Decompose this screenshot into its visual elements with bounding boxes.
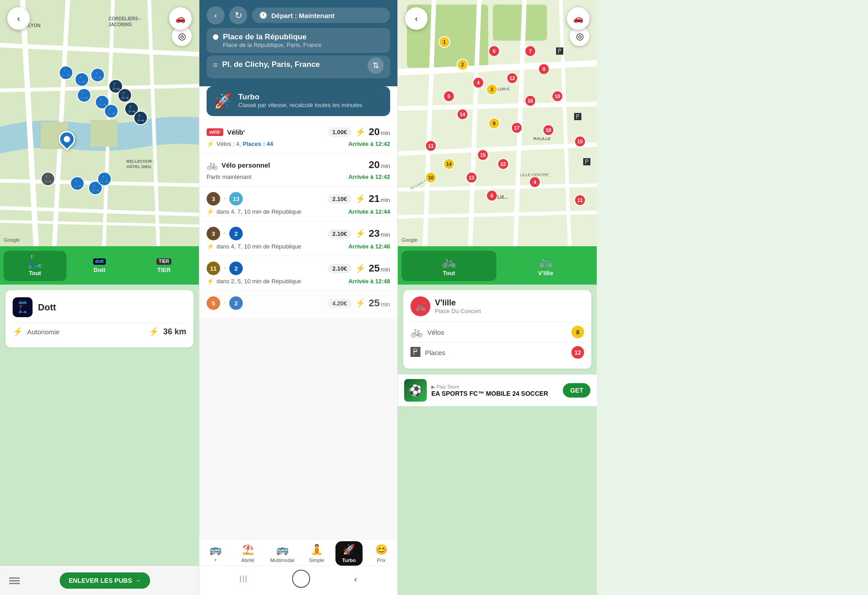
- line-3b-badge: 3: [207, 227, 220, 240]
- pin-scooter-1[interactable]: 🛴: [59, 66, 73, 80]
- velib-info: Vélos : 4, Places : 44: [217, 141, 273, 147]
- center-back-button[interactable]: ‹: [207, 6, 225, 24]
- tab-tier[interactable]: TIER TIER: [132, 251, 195, 281]
- badge-22: 22: [497, 158, 509, 170]
- tab-simple[interactable]: 🧘 Simple: [303, 541, 330, 566]
- target-icon: ◎: [178, 31, 186, 42]
- badge-11: 11: [425, 140, 437, 152]
- velos-label: Vélos: [427, 328, 444, 336]
- pin-scooter-14[interactable]: 🛴: [97, 172, 112, 186]
- svg-text:RALILLE: RALILLE: [533, 136, 551, 141]
- center-bottom-nav: 🚌 + ⛱️ Abrité 🚌 Multimodal 🧘 Simple 🚀 Tu…: [199, 539, 397, 595]
- dott-card: dott 🛴 Dott ⚡ Autonomie ⚡ 36 km: [5, 290, 193, 347]
- route-3-2-row2: ⚡ dans 4, 7, 10 min de République Arrivé…: [207, 243, 390, 250]
- badge-10: 10: [425, 172, 437, 183]
- right-tab-tout[interactable]: 🚲 Tout: [401, 251, 496, 281]
- autonomie-row: ⚡ Autonomie ⚡ 36 km: [13, 323, 186, 340]
- home-button[interactable]: [292, 570, 310, 588]
- turbo-label: Turbo: [342, 558, 356, 563]
- route-11-2-row2: ⚡ dans 2, 5, 10 min de République Arrivé…: [207, 278, 390, 285]
- badge-13: 13: [466, 172, 477, 183]
- route-11-2-row1: 11 • 2 2.10€ ⚡ 25 min: [207, 262, 390, 275]
- pin-scooter-3[interactable]: 🛴: [90, 68, 105, 82]
- places-icon: 🅿: [410, 347, 420, 358]
- line-5-badge: 5: [207, 296, 220, 310]
- tab-multimodal[interactable]: 🚌 Multimodal: [267, 541, 298, 566]
- tab-partial[interactable]: 🚌 +: [202, 541, 229, 565]
- pin-scooter-11[interactable]: 🛴: [41, 172, 55, 186]
- google-label: Google: [4, 237, 19, 243]
- pin-scooter-7[interactable]: 🛴: [118, 88, 132, 103]
- line-2b-badge: 2: [229, 262, 243, 275]
- origin-address: Place de la République, Paris, France: [223, 42, 321, 48]
- route3-time: 21 min: [369, 193, 390, 205]
- origin-row[interactable]: Place de la République Place de la Répub…: [207, 28, 390, 53]
- ad-banner: ⚽ ▶ Play Store EA SPORTS FC™ MOBILE 24 S…: [398, 374, 597, 406]
- refresh-button[interactable]: ↻: [229, 6, 247, 24]
- route-3-2[interactable]: 3 • 2 2.10€ ⚡ 23 min ⚡ dans 4, 7, 10 min…: [199, 221, 397, 255]
- tab-tout[interactable]: 🛴 Tout: [4, 251, 66, 281]
- turbo-info: Turbo Classé par vitesse, recalculé tout…: [238, 93, 362, 108]
- svg-text:CORDELIERS -: CORDELIERS -: [108, 16, 141, 21]
- route-5-2[interactable]: 5 • 2 4.20€ ⚡ 25 min: [199, 291, 397, 318]
- vlille-title-block: V'lille Place Du Concert: [435, 298, 481, 314]
- clock-icon: 🕐: [259, 11, 268, 19]
- simple-icon: 🧘: [311, 544, 323, 556]
- badge-6c: 6: [486, 190, 498, 201]
- line-13-badge: 13: [229, 192, 243, 206]
- main-location-pin: [59, 131, 75, 147]
- tab-prix[interactable]: 😊 Prix: [368, 541, 395, 566]
- nav-tabs-row: 🚌 + ⛱️ Abrité 🚌 Multimodal 🧘 Simple 🚀 Tu…: [199, 539, 397, 566]
- card-header: dott 🛴 Dott: [13, 297, 186, 317]
- origin-name: Place de la République: [223, 33, 321, 42]
- svg-text:Lill...: Lill...: [497, 195, 508, 200]
- phone-lines: |||: [240, 575, 248, 583]
- badge-6: 6: [488, 45, 500, 57]
- places-label: Places: [425, 349, 445, 356]
- route-velo-perso[interactable]: 🚲 Vélo personnel 20 min Partir maintenan…: [199, 154, 397, 186]
- velo-time: 20 min: [369, 159, 390, 171]
- origin-dot: [213, 34, 218, 40]
- abrite-icon: ⛱️: [242, 544, 254, 556]
- badge-14: 14: [457, 108, 468, 120]
- velib-bolt: ⚡: [355, 127, 365, 137]
- enlever-pubs-button[interactable]: ENLEVER LES PUBS →: [60, 572, 150, 589]
- velib-name: Vélib': [227, 128, 245, 136]
- phone-back-button[interactable]: ‹: [354, 574, 357, 584]
- svg-rect-20: [493, 5, 547, 41]
- swap-button[interactable]: ⇅: [368, 57, 384, 74]
- badge-14b: 14: [443, 158, 455, 170]
- pin-scooter-5[interactable]: 🛴: [77, 88, 91, 103]
- drag-indicator[interactable]: [9, 577, 20, 584]
- route-velo-row1: 🚲 Vélo personnel 20 min: [207, 159, 390, 171]
- vehicle-button[interactable]: 🚗: [169, 7, 192, 30]
- tab-turbo-active[interactable]: 🚀 Turbo: [335, 541, 363, 566]
- route-11-2[interactable]: 11 • 2 2.10€ ⚡ 25 min ⚡ dans 2, 5, 10 mi…: [199, 256, 397, 290]
- velo-icon: 🚲: [207, 159, 218, 170]
- right-vehicle-button[interactable]: 🚗: [567, 7, 590, 30]
- badge-16: 16: [524, 95, 536, 107]
- pin-scooter-12[interactable]: 🛴: [70, 176, 85, 191]
- destination-row[interactable]: ≡ Pl. de Clichy, Paris, France ⇅: [207, 56, 390, 78]
- right-back-button[interactable]: ‹: [405, 7, 428, 30]
- pin-scooter-2[interactable]: 🛴: [75, 72, 89, 87]
- tab-dott[interactable]: dott Dott: [68, 251, 131, 281]
- route-3-13[interactable]: 3 • 13 2.10€ ⚡ 21 min ⚡ dans 4, 7, 10 mi…: [199, 187, 397, 220]
- ad-get-button[interactable]: GET: [563, 383, 590, 398]
- pin-scooter-10[interactable]: 🛴: [133, 111, 148, 125]
- route5-arrival: Arrivée à 12:48: [348, 278, 390, 285]
- back-button[interactable]: ‹: [7, 7, 30, 30]
- right-tab-vlille[interactable]: 🚲 V'lIlle: [498, 251, 593, 281]
- right-google-label: Google: [401, 237, 417, 243]
- center-panel: ‹ ↻ 🕐 Départ : Maintenant Place de la Ré…: [199, 0, 398, 595]
- route-velib[interactable]: vélib' Vélib' 1.00€ ⚡ 20 min ⚡ Vélos : 4…: [199, 121, 397, 153]
- depart-button[interactable]: 🕐 Départ : Maintenant: [252, 8, 390, 23]
- route6-bolt: ⚡: [355, 298, 365, 308]
- pin-scooter-8[interactable]: 🛴: [104, 104, 118, 118]
- destination-icon: ≡: [213, 61, 218, 70]
- tab-abrite[interactable]: ⛱️ Abrité: [234, 541, 261, 566]
- prix-label: Prix: [377, 558, 386, 563]
- tier-icon: TIER: [156, 258, 171, 265]
- right-pin-1: 🅿: [556, 47, 563, 56]
- velo-info: Partir maintenant: [207, 173, 251, 180]
